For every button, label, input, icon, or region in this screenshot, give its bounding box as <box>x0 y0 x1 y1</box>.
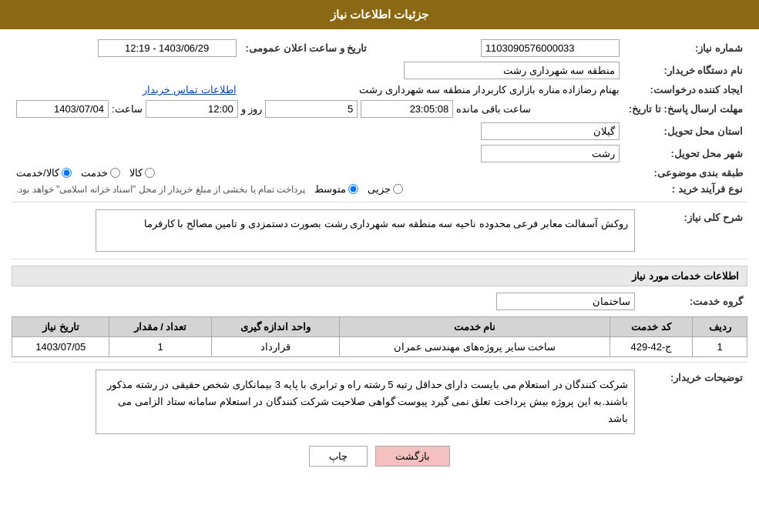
radio-jozi[interactable]: جزیی <box>368 183 403 195</box>
ijadKonande-text: بهنام رضازاده مناره بازاری کاربردار منطق… <box>359 84 620 95</box>
tabaqeBandi-value: کالا/خدمت خدمت کالا <box>12 165 624 181</box>
radio-jozi-label: جزیی <box>368 183 391 195</box>
back-button[interactable]: بازگشت <box>375 446 450 467</box>
divider-2 <box>12 259 747 259</box>
ostanTahvil-input: گیلان <box>481 122 620 140</box>
tawsihat-table: توضیحات خریدار: شرکت کنندگان در استعلام … <box>12 367 747 437</box>
page-header: جزئیات اطلاعات نیاز <box>0 0 759 29</box>
shahrTahvil-value: رشت <box>12 142 624 165</box>
radio-khedmat[interactable]: خدمت <box>81 167 120 179</box>
sharhKoli-label: شرح کلی نیاز: <box>640 207 747 254</box>
col-kodKhedmat: کد خدمت <box>610 317 693 337</box>
radio-motavaset-label: متوسط <box>314 183 346 195</box>
col-namKhedmat: نام خدمت <box>340 317 610 337</box>
ijadKonande-label: ایجاد کننده درخواست: <box>624 82 747 98</box>
content-area: شماره نیاز: 1103090576000033 تاریخ و ساع… <box>0 29 759 480</box>
announceDate-label: تاریخ و ساعت اعلان عمومی: <box>241 37 372 59</box>
contact-info-link[interactable]: اطلاعات تماس خریدار <box>143 84 236 95</box>
groheKhedmat-label: گروه خدمت: <box>640 290 747 313</box>
services-section-title: اطلاعات خدمات مورد نیاز <box>12 266 747 286</box>
divider-1 <box>12 202 747 202</box>
time-label: ساعت: <box>112 103 143 115</box>
radio-kalaKhedmat[interactable]: کالا/خدمت <box>16 167 72 179</box>
page-container: جزئیات اطلاعات نیاز شماره نیاز: 11030905… <box>0 0 759 532</box>
sharhKoli-box: روکش آسفالت معابر فرعی محدوده ناحیه سه م… <box>96 209 635 252</box>
announceDate-value: 1403/06/29 - 12:19 <box>12 37 241 59</box>
day-input: 5 <box>265 100 358 118</box>
sharh-table: شرح کلی نیاز: روکش آسفالت معابر فرعی محد… <box>12 207 747 254</box>
top-info-table: شماره نیاز: 1103090576000033 تاریخ و ساع… <box>12 37 747 197</box>
cell-nam: ساخت سایر پروژه‌های مهندسی عمران <box>340 337 610 357</box>
button-row: بازگشت چاپ <box>12 446 747 467</box>
namDastgah-label: نام دستگاه خریدار: <box>624 59 747 82</box>
cell-tedad: 1 <box>109 337 211 357</box>
namDastgah-value: منطقه سه شهرداری رشت <box>12 59 624 82</box>
sharhKoli-value: روکش آسفالت معابر فرعی محدوده ناحیه سه م… <box>12 207 640 254</box>
namDastgah-input: منطقه سه شهرداری رشت <box>404 62 620 79</box>
date-input: 1403/07/04 <box>16 100 109 118</box>
radio-kala[interactable]: کالا <box>129 167 155 179</box>
cell-vahad: قرارداد <box>211 337 340 357</box>
shahrTahvil-label: شهر محل تحویل: <box>624 142 747 165</box>
cell-kod: ج-42-429 <box>610 337 693 357</box>
divider-3 <box>12 362 747 363</box>
tabaqeBandi-label: طبقه بندی موضوعی: <box>624 165 747 181</box>
page-title: جزئیات اطلاعات نیاز <box>331 8 428 21</box>
noeFarayand-label: نوع فرآیند خرید : <box>624 181 747 197</box>
shomareNiaz-value: 1103090576000033 <box>395 37 624 59</box>
remaining-input: 23:05:08 <box>361 100 453 118</box>
remaining-label: ساعت باقی مانده <box>456 103 531 115</box>
pardakht-text: پرداخت تمام یا بخشی از مبلغ خریدار از مح… <box>16 184 305 195</box>
services-table: ردیف کد خدمت نام خدمت واحد اندازه گیری ت… <box>12 316 747 357</box>
ijadKonande-value: بهنام رضازاده مناره بازاری کاربردار منطق… <box>241 82 624 98</box>
tawsihat-label: توضیحات خریدار: <box>640 367 747 437</box>
tawsihat-box: شرکت کنندگان در استعلام می بایست دارای ح… <box>96 370 635 434</box>
radio-motavaset[interactable]: متوسط <box>314 183 358 195</box>
radio-khedmat-label: خدمت <box>81 167 108 179</box>
col-radif: ردیف <box>693 317 747 337</box>
col-tedad: تعداد / مقدار <box>109 317 211 337</box>
day-label: روز و <box>241 103 263 115</box>
ostanTahvil-value: گیلان <box>12 120 624 142</box>
time-input: 12:00 <box>146 100 238 118</box>
tawsihat-value: شرکت کنندگان در استعلام می بایست دارای ح… <box>12 367 640 437</box>
groheKhedmat-input: ساختمان <box>496 293 635 310</box>
mohlatErsalPasokh-label: مهلت ارسال پاسخ: تا تاریخ: <box>624 98 747 120</box>
col-vahadAndaze: واحد اندازه گیری <box>211 317 340 337</box>
groheKhedmat-value: ساختمان <box>12 290 640 313</box>
col-tarikh: تاریخ نیاز <box>12 317 109 337</box>
announceDate-input: 1403/06/29 - 12:19 <box>98 39 237 57</box>
ostanTahvil-label: استان محل تحویل: <box>624 120 747 142</box>
shahrTahvil-input: رشت <box>481 145 620 162</box>
shomareNiaz-input: 1103090576000033 <box>481 39 620 57</box>
noeFarayand-value: پرداخت تمام یا بخشی از مبلغ خریدار از مح… <box>12 181 624 197</box>
shomareNiaz-label: شماره نیاز: <box>624 37 747 59</box>
print-button[interactable]: چاپ <box>309 446 368 467</box>
cell-tarikh: 1403/07/05 <box>12 337 109 357</box>
radio-kalaKhedmat-label: کالا/خدمت <box>16 167 59 179</box>
mohlatErsalPasokh-value: 1403/07/04 ساعت: 12:00 روز و 5 23:05:08 … <box>12 98 624 120</box>
radio-kala-label: کالا <box>129 167 143 179</box>
table-row: 1 ج-42-429 ساخت سایر پروژه‌های مهندسی عم… <box>12 337 747 357</box>
cell-radif: 1 <box>693 337 747 357</box>
groheKhedmat-table: گروه خدمت: ساختمان <box>12 290 747 313</box>
